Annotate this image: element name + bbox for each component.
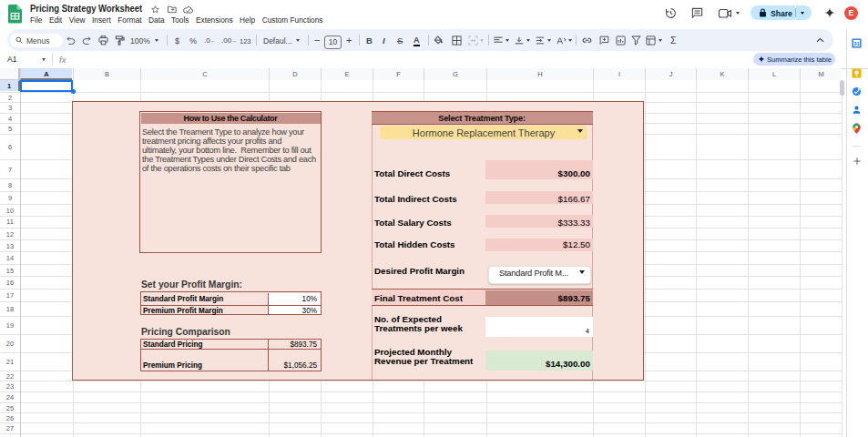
svg-text:31: 31 [853,41,860,46]
